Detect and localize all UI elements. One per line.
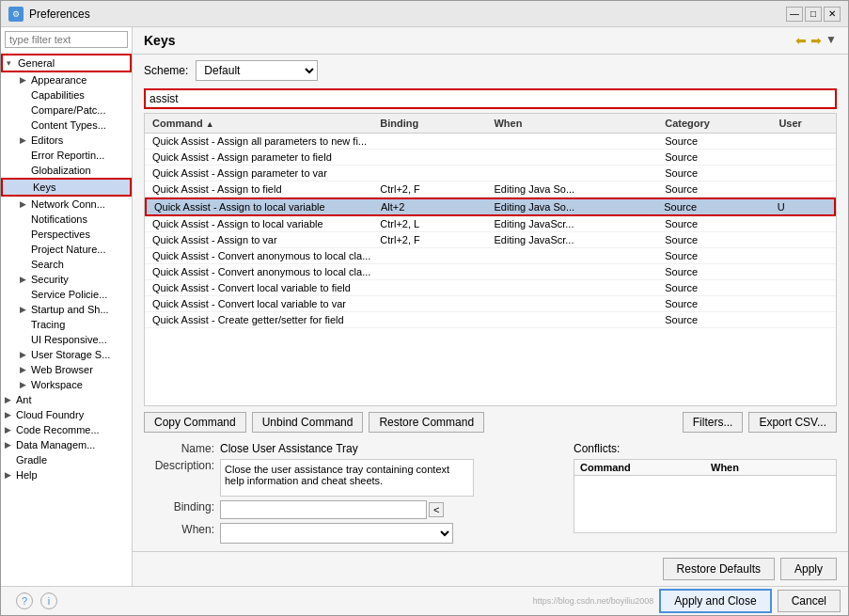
table-row[interactable]: Quick Assist - Convert local variable to… xyxy=(145,296,836,312)
conflicts-table-header: Command When xyxy=(574,460,836,476)
sidebar-label-general: General xyxy=(18,57,55,69)
binding-label: Binding: xyxy=(144,500,214,513)
cell-command: Quick Assist - Convert anonymous to loca… xyxy=(149,249,376,262)
binding-input[interactable] xyxy=(220,500,427,519)
sidebar-label-webbrowser: Web Browser xyxy=(31,364,93,375)
panel-menu-icon[interactable]: ▼ xyxy=(825,33,837,48)
sidebar-item-appearance[interactable]: ▶ Appearance xyxy=(1,72,132,87)
cell-user xyxy=(775,182,832,196)
unbind-command-button[interactable]: Unbind Command xyxy=(252,412,364,433)
maximize-button[interactable]: □ xyxy=(805,7,822,22)
cancel-button[interactable]: Cancel xyxy=(778,590,841,612)
table-row[interactable]: Quick Assist - Convert anonymous to loca… xyxy=(145,264,836,280)
sidebar-item-security[interactable]: ▶ Security xyxy=(1,272,132,287)
cell-binding: Ctrl+2, F xyxy=(376,182,490,196)
sidebar-item-userstorage[interactable]: ▶ User Storage S... xyxy=(1,347,132,362)
desc-row: Description: Close the user assistance t… xyxy=(144,459,562,497)
nav-forward-icon[interactable]: ➡ xyxy=(810,33,822,48)
nav-back-icon[interactable]: ⬅ xyxy=(795,33,807,48)
table-row[interactable]: Quick Assist - Assign to field Ctrl+2, F… xyxy=(145,182,836,197)
cell-binding xyxy=(376,150,490,164)
info-circle-icon[interactable]: i xyxy=(40,592,57,609)
sidebar-item-networkconn[interactable]: ▶ Network Conn... xyxy=(1,197,132,212)
sidebar-item-editors[interactable]: ▶ Editors xyxy=(1,133,132,148)
sidebar-item-keys[interactable]: ▶ Keys xyxy=(1,178,132,197)
conflicts-col-command: Command xyxy=(574,460,705,476)
binding-input-row: < xyxy=(220,500,444,519)
cell-command: Quick Assist - Assign all parameters to … xyxy=(149,134,376,148)
when-select[interactable] xyxy=(220,523,453,544)
title-bar-left: ⚙ Preferences xyxy=(8,7,90,22)
apply-button[interactable]: Apply xyxy=(780,558,837,580)
cell-command: Quick Assist - Assign to local variable xyxy=(149,217,376,230)
sidebar-filter-input[interactable] xyxy=(5,31,128,48)
status-bar: ? i https://blog.csdn.net/boyiliu2008 Ap… xyxy=(1,586,848,615)
sidebar-item-projectnature[interactable]: ▶ Project Nature... xyxy=(1,242,132,257)
sidebar-item-ant[interactable]: ▶ Ant xyxy=(1,392,132,407)
cell-binding: Alt+2 xyxy=(377,200,491,213)
sidebar-label-search: Search xyxy=(31,259,64,270)
sidebar-item-general[interactable]: ▾ General xyxy=(1,54,132,72)
sidebar-item-servicepolicies[interactable]: ▶ Service Policie... xyxy=(1,287,132,302)
name-value: Close User Assistance Tray xyxy=(220,442,562,455)
cell-when xyxy=(490,265,661,278)
table-row[interactable]: Quick Assist - Assign to var Ctrl+2, F E… xyxy=(145,232,836,248)
arrow-cloudfoundry: ▶ xyxy=(5,410,14,419)
copy-command-button[interactable]: Copy Command xyxy=(144,412,246,433)
sidebar-item-help[interactable]: ▶ Help xyxy=(1,467,132,482)
arrow-coderecommend: ▶ xyxy=(5,425,14,434)
restore-command-button[interactable]: Restore Command xyxy=(369,412,484,433)
cell-category: Source xyxy=(661,134,775,148)
sidebar-item-workspace[interactable]: ▶ Workspace xyxy=(1,377,132,392)
sidebar-item-notifications[interactable]: ▶ Notifications xyxy=(1,212,132,227)
command-search-input[interactable] xyxy=(144,88,837,109)
export-csv-button[interactable]: Export CSV... xyxy=(748,412,837,433)
sort-arrow-command: ▲ xyxy=(206,119,214,129)
sidebar-label-ant: Ant xyxy=(16,394,32,405)
sidebar-item-datamanage[interactable]: ▶ Data Managem... xyxy=(1,437,132,452)
sidebar-item-uiresponsive[interactable]: ▶ UI Responsive... xyxy=(1,332,132,347)
close-button[interactable]: ✕ xyxy=(824,7,841,22)
cell-command: Quick Assist - Convert anonymous to loca… xyxy=(149,265,376,278)
table-row[interactable]: Quick Assist - Assign parameter to field… xyxy=(145,150,836,166)
sidebar-item-perspectives[interactable]: ▶ Perspectives xyxy=(1,227,132,242)
apply-and-close-button[interactable]: Apply and Close xyxy=(659,589,771,613)
when-label: When: xyxy=(144,523,214,536)
table-row[interactable]: Quick Assist - Assign all parameters to … xyxy=(145,134,836,150)
cell-user xyxy=(775,233,832,246)
minimize-button[interactable]: — xyxy=(786,7,803,22)
sidebar-item-compare[interactable]: ▶ Compare/Patc... xyxy=(1,103,132,118)
sidebar-item-tracing[interactable]: ▶ Tracing xyxy=(1,317,132,332)
sidebar-item-contenttypes[interactable]: ▶ Content Types... xyxy=(1,118,132,133)
scheme-select[interactable]: Default xyxy=(196,60,318,81)
sidebar-item-coderecommend[interactable]: ▶ Code Recomme... xyxy=(1,422,132,437)
sidebar-item-startupandsh[interactable]: ▶ Startup and Sh... xyxy=(1,302,132,317)
sidebar-item-globalization[interactable]: ▶ Globalization xyxy=(1,163,132,178)
restore-defaults-button[interactable]: Restore Defaults xyxy=(663,558,775,580)
footer-links: ? i xyxy=(8,591,65,611)
sidebar-label-datamanage: Data Managem... xyxy=(16,439,95,450)
sidebar-item-gradle[interactable]: ▶ Gradle xyxy=(1,452,132,467)
filters-button[interactable]: Filters... xyxy=(683,412,744,433)
table-row[interactable]: Quick Assist - Convert local variable to… xyxy=(145,280,836,296)
sidebar-item-webbrowser[interactable]: ▶ Web Browser xyxy=(1,362,132,377)
cell-user xyxy=(775,217,832,230)
sidebar-item-search[interactable]: ▶ Search xyxy=(1,257,132,272)
desc-value: Close the user assistance tray containin… xyxy=(220,459,474,497)
action-buttons-row: Copy Command Unbind Command Restore Comm… xyxy=(133,406,848,438)
sidebar-label-perspectives: Perspectives xyxy=(31,229,90,240)
table-row[interactable]: Quick Assist - Assign parameter to var S… xyxy=(145,166,836,182)
sidebar-label-gradle: Gradle xyxy=(16,454,47,466)
cell-user xyxy=(775,150,832,164)
cell-binding xyxy=(376,249,490,262)
help-circle-icon[interactable]: ? xyxy=(16,592,33,609)
sidebar-item-cloudfoundry[interactable]: ▶ Cloud Foundry xyxy=(1,407,132,422)
sidebar-item-capabilities[interactable]: ▶ Capabilities xyxy=(1,87,132,103)
sidebar-label-tracing: Tracing xyxy=(31,319,65,330)
sidebar-item-errorreporting[interactable]: ▶ Error Reportin... xyxy=(1,148,132,163)
table-row[interactable]: Quick Assist - Assign to local variable … xyxy=(145,216,836,232)
table-row[interactable]: Quick Assist - Create getter/setter for … xyxy=(145,312,836,328)
binding-btn[interactable]: < xyxy=(429,502,444,517)
table-row-selected[interactable]: Quick Assist - Assign to local variable … xyxy=(145,197,836,216)
table-row[interactable]: Quick Assist - Convert anonymous to loca… xyxy=(145,248,836,264)
